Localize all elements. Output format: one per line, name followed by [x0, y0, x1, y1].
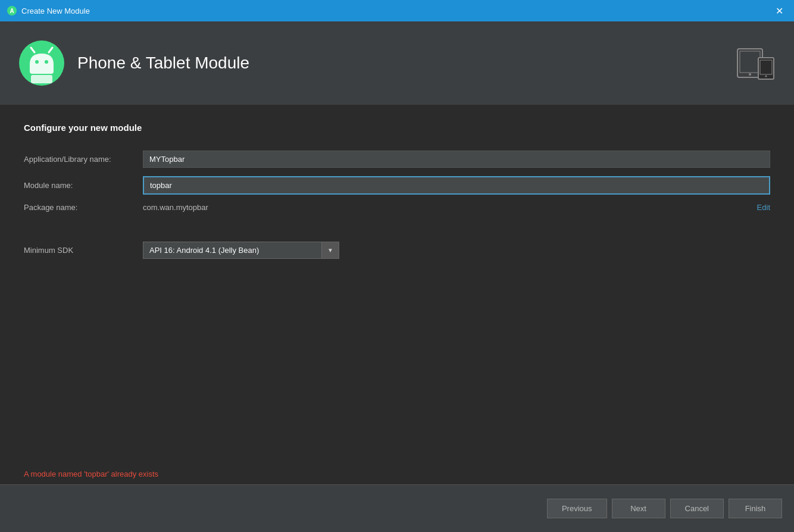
svg-point-13: [765, 75, 767, 77]
svg-point-10: [749, 73, 751, 76]
previous-button[interactable]: Previous: [547, 499, 607, 518]
sdk-label: Minimum SDK: [24, 246, 143, 255]
package-value-container: com.wan.mytopbar Edit: [143, 203, 770, 212]
package-value: com.wan.mytopbar: [143, 203, 208, 212]
module-form-group: Module name:: [24, 176, 770, 195]
svg-rect-7: [31, 75, 52, 83]
app-library-input[interactable]: [143, 151, 770, 168]
svg-point-5: [35, 60, 39, 64]
close-button[interactable]: ✕: [772, 4, 787, 18]
sdk-select-wrapper: API 14: Android 4.0 (Ice Cream Sandwich)…: [143, 242, 339, 259]
sdk-section: Minimum SDK API 14: Android 4.0 (Ice Cre…: [24, 242, 770, 259]
header-section: Phone & Tablet Module: [0, 21, 794, 105]
header-title: Phone & Tablet Module: [77, 54, 249, 73]
module-input[interactable]: [143, 176, 770, 195]
sdk-select[interactable]: API 14: Android 4.0 (Ice Cream Sandwich)…: [143, 242, 339, 259]
title-bar-title: Create New Module: [21, 7, 90, 15]
svg-rect-9: [740, 51, 760, 73]
next-button[interactable]: Next: [612, 499, 665, 518]
section-title: Configure your new module: [24, 123, 770, 133]
app-icon: A: [7, 6, 17, 15]
footer: Previous Next Cancel Finish: [0, 484, 794, 532]
cancel-button[interactable]: Cancel: [670, 499, 724, 518]
title-bar: A Create New Module ✕: [0, 0, 794, 21]
title-bar-left: A Create New Module: [7, 6, 90, 15]
package-label: Package name:: [24, 203, 143, 212]
package-form-group: Package name: com.wan.mytopbar Edit: [24, 203, 770, 212]
error-message: A module named 'topbar' already exists: [24, 470, 158, 478]
main-content: Configure your new module Application/Li…: [0, 105, 794, 277]
android-logo: [18, 39, 65, 87]
svg-point-6: [45, 60, 48, 64]
finish-button[interactable]: Finish: [729, 499, 782, 518]
edit-link[interactable]: Edit: [757, 203, 770, 212]
module-label: Module name:: [24, 181, 143, 190]
app-library-label: Application/Library name:: [24, 155, 143, 164]
app-library-form-group: Application/Library name:: [24, 151, 770, 168]
svg-text:A: A: [10, 8, 14, 14]
header-left: Phone & Tablet Module: [18, 39, 249, 87]
device-icon: [734, 47, 776, 80]
